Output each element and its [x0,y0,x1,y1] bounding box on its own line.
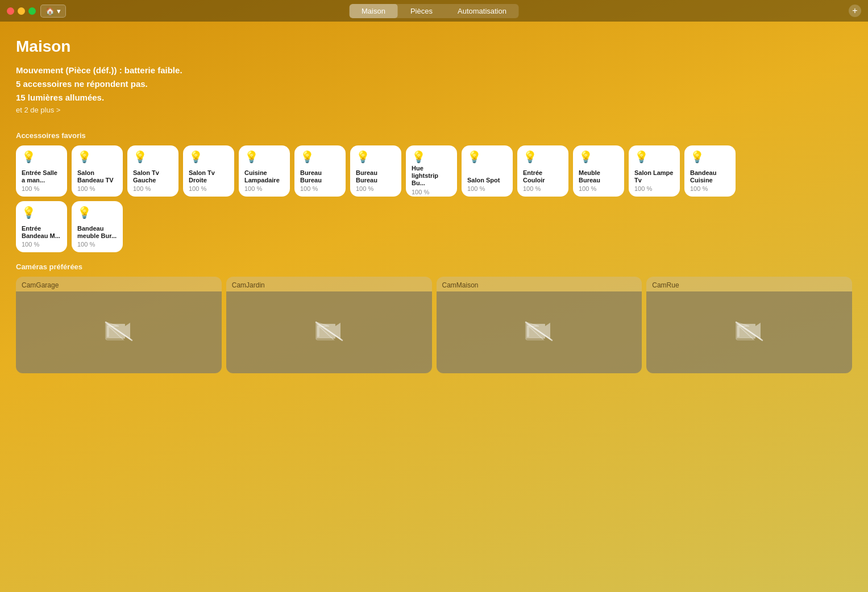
home-button[interactable]: 🏠 ▾ [40,5,66,18]
accessory-card[interactable]: 💡 Salon Lampe Tv 100 % [629,145,680,197]
add-button[interactable]: + [849,5,861,17]
bulb-icon: 💡 [244,151,284,162]
tab-maison[interactable]: Maison [349,4,398,18]
card-name: Entrée Salle a man... [22,169,61,184]
camera-off-icon [104,320,134,344]
accessory-card[interactable]: 💡 Bandeau Cuisine 100 % [684,145,736,197]
alert-line-2: 5 accessoires ne répondent pas. [16,77,852,91]
minimize-button[interactable] [18,7,25,15]
camera-label: CamRue [646,277,852,291]
maximize-button[interactable] [28,7,36,15]
cards-row-1: 💡 Entrée Salle a man... 100 % 💡 Salon Ba… [16,145,852,197]
card-value: 100 % [77,185,117,192]
cameras-row: CamGarage CamJardin CamMaison [16,277,852,373]
accessories-section: Accessoires favoris 💡 Entrée Salle a man… [16,131,852,252]
accessory-card[interactable]: 💡 Entrée Couloir 100 % [517,145,568,197]
bulb-icon: 💡 [467,151,507,162]
card-name: Entrée Bandeau M... [22,225,61,240]
camera-card[interactable]: CamRue [646,277,852,373]
card-value: 100 % [356,185,396,192]
bulb-icon: 💡 [22,207,61,218]
card-name: Salon Lampe Tv [634,169,674,184]
bulb-icon: 💡 [133,151,173,162]
accessories-cards-container: 💡 Entrée Salle a man... 100 % 💡 Salon Ba… [16,145,852,252]
traffic-lights [7,7,36,15]
accessory-card[interactable]: 💡 Bandeau meuble Bur... 100 % [72,201,123,252]
titlebar: 🏠 ▾ Maison Pièces Automatisation + [0,0,868,22]
tab-pieces[interactable]: Pièces [398,4,445,18]
bulb-icon: 💡 [22,151,61,162]
camera-off-icon [524,320,554,344]
bulb-icon: 💡 [634,151,674,162]
card-value: 100 % [189,185,229,192]
titlebar-left: 🏠 ▾ [7,5,66,18]
card-name: Bureau Bureau [356,169,396,184]
accessory-card[interactable]: 💡 Salon Tv Droite 100 % [183,145,234,197]
card-name: Salon Spot [467,177,507,184]
camera-card[interactable]: CamGarage [16,277,222,373]
camera-off-icon [314,320,344,344]
accessory-card[interactable]: 💡 Bureau Bureau 100 % [350,145,401,197]
bulb-icon: 💡 [579,151,618,162]
camera-card[interactable]: CamJardin [226,277,432,373]
tab-automatisation[interactable]: Automatisation [445,4,519,18]
cameras-label: Caméras préférées [16,262,852,271]
accessory-card[interactable]: 💡 Salon Tv Gauche 100 % [127,145,178,197]
cards-row-2: 💡 Entrée Bandeau M... 100 % 💡 Bandeau me… [16,201,852,252]
card-value: 100 % [523,185,563,192]
alerts-section: Mouvement (Pièce (déf.)) : batterie faib… [16,64,852,114]
card-value: 100 % [300,185,340,192]
card-name: Meuble Bureau [579,169,618,184]
bulb-icon: 💡 [356,151,396,162]
home-icon: 🏠 [45,7,55,15]
card-name: Salon Tv Gauche [133,169,173,184]
bulb-icon: 💡 [690,151,730,162]
cameras-section: Caméras préférées CamGarage CamJardin [16,262,852,373]
card-value: 100 % [133,185,173,192]
accessory-card[interactable]: 💡 Bureau Bureau 100 % [294,145,346,197]
card-value: 100 % [77,241,117,248]
card-value: 100 % [22,241,61,248]
card-name: Entrée Couloir [523,169,563,184]
close-button[interactable] [7,7,14,15]
bulb-icon: 💡 [77,207,117,218]
accessory-card[interactable]: 💡 Entrée Salle a man... 100 % [16,145,67,197]
camera-label: CamMaison [437,277,642,291]
camera-feed [437,291,642,373]
alert-more-link[interactable]: et 2 de plus > [16,106,852,114]
camera-label: CamJardin [226,277,432,291]
accessory-card[interactable]: 💡 Entrée Bandeau M... 100 % [16,201,67,252]
accessory-card[interactable]: 💡 Cuisine Lampadaire 100 % [239,145,290,197]
bulb-icon: 💡 [189,151,229,162]
bulb-icon: 💡 [523,151,563,162]
card-name: Bureau Bureau [300,169,340,184]
card-value: 100 % [244,185,284,192]
alert-line-1: Mouvement (Pièce (déf.)) : batterie faib… [16,64,852,77]
card-value: 100 % [634,185,674,192]
main-content: Maison Mouvement (Pièce (déf.)) : batter… [0,22,868,373]
card-name: Bandeau Cuisine [690,169,730,184]
card-value: 100 % [412,189,451,195]
camera-card[interactable]: CamMaison [437,277,642,373]
camera-feed [16,291,222,373]
camera-feed [226,291,432,373]
card-name: Hue lightstrip Bu... [412,165,451,187]
card-name: Cuisine Lampadaire [244,169,284,184]
accessory-card[interactable]: 💡 Hue lightstrip Bu... 100 % [406,145,457,197]
camera-feed [646,291,852,373]
accessory-card[interactable]: 💡 Salon Bandeau TV 100 % [72,145,123,197]
card-name: Salon Bandeau TV [77,169,117,184]
accessory-card[interactable]: 💡 Meuble Bureau 100 % [573,145,624,197]
card-name: Bandeau meuble Bur... [77,225,117,240]
card-value: 100 % [579,185,618,192]
bulb-icon: 💡 [77,151,117,162]
card-value: 100 % [690,185,730,192]
home-chevron: ▾ [57,7,61,15]
camera-label: CamGarage [16,277,222,291]
accessories-label: Accessoires favoris [16,131,852,140]
card-value: 100 % [467,185,507,192]
card-value: 100 % [22,185,61,192]
accessory-card[interactable]: 💡 Salon Spot 100 % [462,145,513,197]
alert-line-3: 15 lumières allumées. [16,91,852,105]
page-title: Maison [16,37,852,56]
